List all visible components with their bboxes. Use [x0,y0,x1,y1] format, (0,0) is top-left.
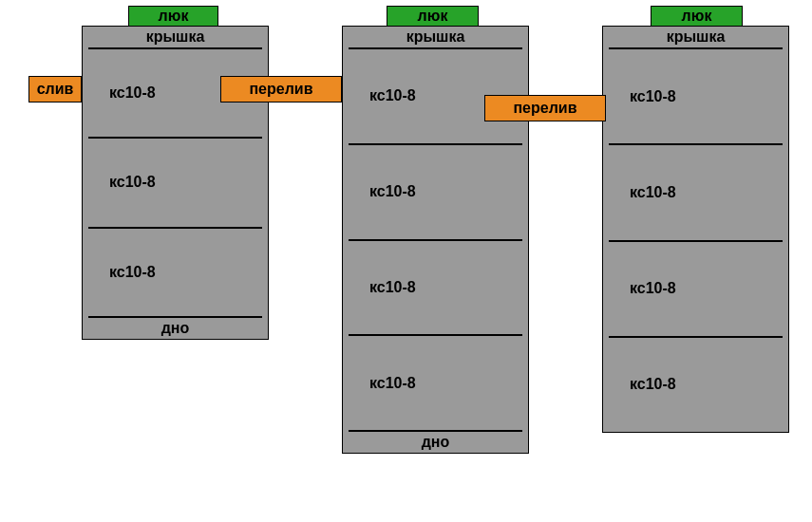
ring-label: кс10-8 [609,242,783,338]
lid-label: крышка [609,27,783,49]
well: крышкакс10-8кс10-8кс10-8кс10-8 [602,26,789,433]
bottom-label: дно [88,318,262,339]
ring-label: кс10-8 [88,139,262,228]
overflow-label: перелив [484,95,606,121]
hatch-label: люк [128,6,218,27]
ring-label: кс10-8 [609,338,783,432]
lid-label: крышка [88,27,262,49]
ring-label: кс10-8 [349,145,522,241]
ring-label: кс10-8 [349,241,522,337]
bottom-label: дно [349,432,522,453]
well: крышкакс10-8кс10-8кс10-8кс10-8дно [342,26,529,454]
ring-label: кс10-8 [609,145,783,241]
hatch-label: люк [387,6,479,27]
overflow-label: перелив [220,76,342,103]
ring-label: кс10-8 [88,229,262,318]
lid-label: крышка [349,27,522,49]
ring-label: кс10-8 [349,336,522,432]
ring-label: кс10-8 [609,49,783,145]
hatch-label: люк [651,6,743,27]
well: крышкакс10-8кс10-8кс10-8дно [82,26,269,340]
drain-label: слив [28,76,82,103]
